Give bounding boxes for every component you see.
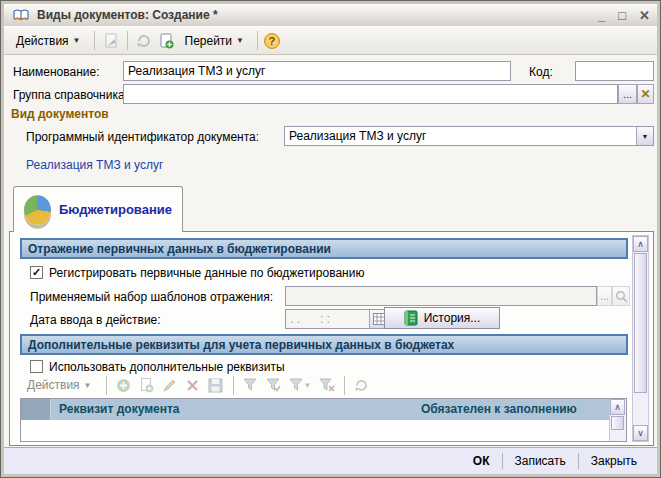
history-button[interactable]: История... xyxy=(384,307,500,329)
table-scroll-thumb[interactable] xyxy=(611,416,624,430)
program-id-value: Реализация ТМЗ и услуг xyxy=(285,127,636,145)
end-edit-icon[interactable] xyxy=(206,375,226,395)
help-icon[interactable]: ? xyxy=(264,33,280,49)
grid-actions-menu-button[interactable]: Действия ▼ xyxy=(20,374,99,396)
form-section-header: Вид документов xyxy=(11,107,109,121)
delete-row-icon[interactable] xyxy=(183,375,203,395)
use-additional-checkbox[interactable] xyxy=(30,360,43,373)
table-scrollbar[interactable]: ∧ xyxy=(609,399,626,441)
menu-arrow-icon: ▼ xyxy=(84,381,92,390)
go-to-menu-button[interactable]: Перейти ▼ xyxy=(178,30,251,52)
actions-menu-button[interactable]: Действия ▼ xyxy=(9,30,88,52)
toolbar-separator xyxy=(233,376,234,395)
edit-row-icon[interactable] xyxy=(160,375,180,395)
attributes-table-header: Реквизит документа Обязателен к заполнен… xyxy=(21,399,609,420)
name-input[interactable] xyxy=(123,61,511,81)
filter-clear-icon[interactable] xyxy=(317,375,337,395)
open-book-icon xyxy=(11,5,31,25)
templates-label: Применяемый набор шаблонов отражения: xyxy=(30,290,273,304)
section-header-reflection: Отражение первичных данных в бюджетирова… xyxy=(20,238,628,259)
attributes-table: Реквизит документа Обязателен к заполнен… xyxy=(20,398,627,442)
scroll-down-icon[interactable]: ∨ xyxy=(633,425,648,441)
footer-button-bar: ОК Записать Закрыть xyxy=(4,447,657,474)
toolbar-separator xyxy=(344,376,345,395)
pie-chart-icon xyxy=(24,195,51,225)
register-primary-checkbox-label: Регистрировать первичные данные по бюдже… xyxy=(49,266,364,280)
journal-icon xyxy=(404,310,418,326)
panel-scrollbar[interactable]: ∧ ∨ xyxy=(632,235,649,442)
group-input[interactable] xyxy=(123,84,618,104)
add-row-icon[interactable] xyxy=(114,375,134,395)
copy-item-icon[interactable] xyxy=(156,31,176,51)
code-label: Код: xyxy=(529,65,553,79)
filter-by-value-icon[interactable] xyxy=(264,375,284,395)
window-title: Виды документов: Создание * xyxy=(37,8,592,22)
copy-row-icon[interactable] xyxy=(137,375,157,395)
panel-scroll-thumb[interactable] xyxy=(634,253,647,393)
column-header-attribute[interactable]: Реквизит документа xyxy=(51,399,188,420)
minimize-button[interactable]: _ xyxy=(598,8,605,23)
group-label: Группа справочника: xyxy=(13,88,128,102)
toolbar-separator xyxy=(127,31,128,50)
row-selector-header xyxy=(21,399,51,420)
filter-menu-icon[interactable]: ▼ xyxy=(287,375,314,395)
effective-date-label: Дата ввода в действие: xyxy=(30,313,161,327)
budgeting-panel: Отражение первичных данных в бюджетирова… xyxy=(9,231,654,446)
group-clear-button[interactable]: ✕ xyxy=(637,84,654,104)
main-toolbar: Действия ▼ Перейти ▼ ? xyxy=(4,26,657,55)
scroll-up-icon[interactable]: ∧ xyxy=(610,399,625,415)
column-header-required[interactable]: Обязателен к заполнению xyxy=(413,399,585,419)
templates-select-button[interactable]: ... xyxy=(597,286,612,306)
section-header-additional: Дополнительные реквизиты для учета перви… xyxy=(20,334,628,355)
close-window-button[interactable]: Закрыть xyxy=(579,452,649,470)
ok-button[interactable]: ОК xyxy=(461,452,502,470)
chevron-down-icon[interactable]: ▼ xyxy=(636,127,653,145)
program-id-info-text: Реализация ТМЗ и услуг xyxy=(26,158,163,172)
effective-date-input[interactable]: . . : : xyxy=(285,309,388,329)
filter-set-icon[interactable] xyxy=(241,375,261,395)
title-bar: Виды документов: Создание * _ □ ✕ xyxy=(4,4,657,26)
search-icon[interactable] xyxy=(612,286,630,306)
toolbar-separator xyxy=(257,31,258,50)
group-select-button[interactable]: ... xyxy=(618,84,637,104)
toolbar-separator xyxy=(94,31,95,50)
close-button[interactable]: ✕ xyxy=(639,8,650,23)
tab-budgeting-label: Бюджетирование xyxy=(59,202,172,217)
templates-input[interactable] xyxy=(285,286,597,306)
save-button[interactable]: Записать xyxy=(503,452,578,470)
document-types-window: Виды документов: Создание * _ □ ✕ Действ… xyxy=(0,0,661,478)
menu-arrow-icon: ▼ xyxy=(236,36,244,45)
set-interval-icon[interactable] xyxy=(101,31,121,51)
grid-toolbar: Действия ▼ xyxy=(20,374,372,396)
name-label: Наименование: xyxy=(13,65,100,79)
program-id-label: Программный идентификатор документа: xyxy=(26,130,259,144)
toolbar-separator xyxy=(106,376,107,395)
register-primary-checkbox[interactable]: ✓ xyxy=(30,266,43,279)
refresh-icon[interactable] xyxy=(352,375,372,395)
maximize-button[interactable]: □ xyxy=(618,8,626,23)
reread-icon[interactable] xyxy=(134,31,154,51)
history-button-label: История... xyxy=(424,311,481,325)
program-id-combobox[interactable]: Реализация ТМЗ и услуг ▼ xyxy=(284,126,654,146)
date-mask-value: . . : : xyxy=(286,310,369,328)
code-input[interactable] xyxy=(575,61,654,81)
use-additional-checkbox-label: Использовать дополнительные реквизиты xyxy=(49,360,285,374)
scroll-up-icon[interactable]: ∧ xyxy=(633,236,648,252)
menu-arrow-icon: ▼ xyxy=(73,36,81,45)
tab-budgeting[interactable]: Бюджетирование xyxy=(13,186,183,232)
